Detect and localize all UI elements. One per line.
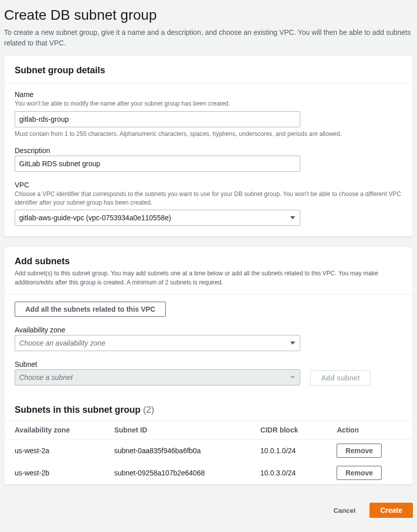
remove-button[interactable]: Remove: [337, 444, 381, 458]
az-select[interactable]: Choose an availability zone: [15, 335, 300, 351]
cell-az: us-west-2b: [5, 462, 104, 484]
add-subnets-panel: Add subnets Add subnet(s) to this subnet…: [4, 247, 413, 485]
subnet-select-placeholder: Choose a subnet: [19, 373, 73, 381]
vpc-select[interactable]: gitlab-aws-guide-vpc (vpc-0753934a0e1105…: [15, 210, 300, 226]
subnet-field: Subnet Choose a subnet: [15, 360, 300, 385]
name-label: Name: [15, 90, 402, 99]
cell-cidr: 10.0.3.0/24: [250, 462, 327, 484]
description-label: Description: [15, 147, 402, 155]
az-label: Availability zone: [15, 326, 402, 334]
cell-subnet-id: subnet-09258a107b2e64068: [104, 462, 250, 484]
subnet-select: Choose a subnet: [15, 369, 300, 385]
add-subnets-description: Add subnet(s) to this subnet group. You …: [15, 269, 402, 287]
subnets-table: Availability zone Subnet ID CIDR block A…: [5, 420, 412, 484]
subnet-label: Subnet: [15, 360, 300, 368]
col-action: Action: [327, 421, 412, 440]
page-description: To create a new subnet group, give it a …: [4, 27, 413, 49]
name-constraint: Must contain from 1 to 255 characters. A…: [15, 130, 402, 137]
subnets-in-group-title: Subnets in this subnet group: [15, 405, 141, 415]
subnets-count: (2): [143, 405, 154, 415]
chevron-down-icon: [290, 376, 295, 379]
cell-az: us-west-2a: [5, 440, 104, 462]
col-az: Availability zone: [5, 421, 104, 440]
subnet-group-details-panel: Subnet group details Name You won't be a…: [4, 56, 413, 236]
description-field: Description: [15, 147, 402, 172]
name-hint: You won't be able to modify the name aft…: [15, 100, 402, 108]
vpc-hint: Choose a VPC identifier that corresponds…: [15, 190, 402, 207]
az-select-placeholder: Choose an availability zone: [19, 339, 105, 347]
remove-button[interactable]: Remove: [337, 466, 381, 480]
details-heading: Subnet group details: [15, 65, 402, 76]
vpc-field: VPC Choose a VPC identifier that corresp…: [15, 181, 402, 226]
col-cidr: CIDR block: [250, 421, 327, 440]
table-row: us-west-2b subnet-09258a107b2e64068 10.0…: [5, 462, 412, 484]
name-input[interactable]: [15, 111, 300, 127]
vpc-select-value: gitlab-aws-guide-vpc (vpc-0753934a0e1105…: [19, 214, 171, 222]
description-input[interactable]: [15, 156, 300, 172]
cell-cidr: 10.0.1.0/24: [250, 440, 327, 462]
footer-actions: Cancel Create: [0, 499, 417, 526]
cancel-button[interactable]: Cancel: [323, 503, 366, 518]
add-all-subnets-button[interactable]: Add all the subnets related to this VPC: [15, 302, 166, 317]
create-button[interactable]: Create: [369, 503, 413, 518]
chevron-down-icon: [290, 216, 295, 219]
vpc-label: VPC: [15, 181, 402, 189]
cell-subnet-id: subnet-0aa835f946ba6fb0a: [104, 440, 250, 462]
table-row: us-west-2a subnet-0aa835f946ba6fb0a 10.0…: [5, 440, 412, 462]
az-field: Availability zone Choose an availability…: [15, 326, 402, 351]
add-subnets-heading: Add subnets: [15, 256, 402, 267]
page-title: Create DB subnet group: [4, 7, 413, 23]
add-subnet-button: Add subnet: [310, 370, 370, 385]
chevron-down-icon: [290, 342, 295, 345]
subnets-in-group-heading: Subnets in this subnet group (2): [5, 396, 412, 420]
name-field: Name You won't be able to modify the nam…: [15, 90, 402, 137]
col-subnet-id: Subnet ID: [104, 421, 250, 440]
